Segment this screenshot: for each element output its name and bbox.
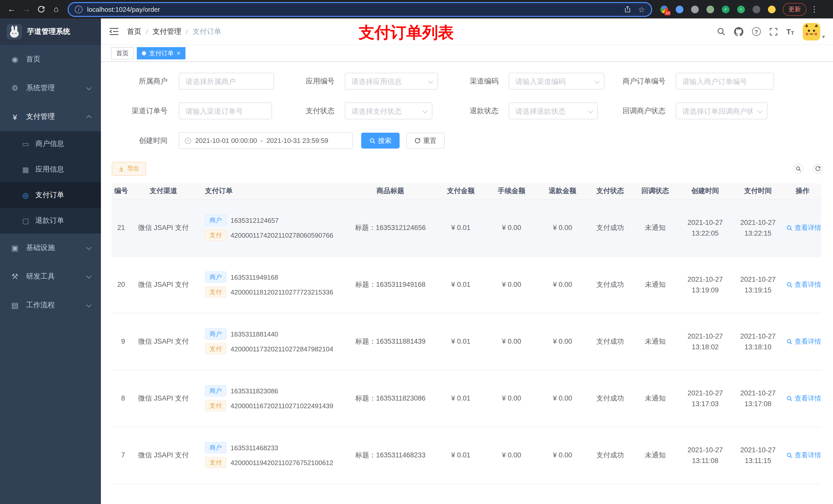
bookmark-star-icon[interactable]: ☆: [638, 5, 645, 13]
goods-title: 标题：1635311949168: [355, 281, 426, 288]
merchant-order-line: 商户 1635311949168: [205, 271, 343, 283]
extension-dark-icon[interactable]: [753, 5, 760, 13]
toggle-search-icon[interactable]: [793, 164, 803, 174]
search-icon[interactable]: [716, 27, 725, 36]
channel-code-filter-select[interactable]: [509, 73, 604, 90]
sidebar-item-system[interactable]: ⚙ 系统管理: [0, 74, 101, 102]
sidebar-item-workflow[interactable]: ▤ 工作流程: [0, 291, 101, 320]
reload-icon: [38, 5, 45, 13]
table-row: 8 微信 JSAPI 支付 商户 1635311823086 支付 420000…: [112, 370, 821, 427]
tab-label: 支付订单: [149, 49, 174, 57]
document-icon: ▢: [22, 217, 30, 225]
extension-gray-icon[interactable]: [691, 5, 699, 13]
sidebar-item-home[interactable]: ◉ 首页: [0, 45, 101, 74]
sidebar-item-refund-order[interactable]: ▢ 退款订单: [0, 208, 101, 234]
extension-blue-icon[interactable]: [676, 5, 684, 13]
tab-home[interactable]: 首页: [111, 47, 134, 59]
browser-update-button[interactable]: 更新: [783, 3, 806, 16]
reset-button[interactable]: 重置: [406, 133, 445, 148]
share-icon[interactable]: [624, 6, 631, 13]
sidebar-item-app-info[interactable]: ▦ 应用信息: [0, 157, 101, 182]
export-button[interactable]: 导出: [112, 162, 146, 176]
col-amount: 支付金额: [435, 183, 486, 199]
pay-tag: 支付: [205, 343, 227, 355]
channel-order-no-filter-input[interactable]: [179, 102, 272, 119]
search-button[interactable]: 搜索: [361, 133, 400, 148]
merchant-order-no: 1635311881440: [231, 330, 278, 338]
merchant-order-line: 商户 1635312124657: [205, 215, 343, 226]
view-detail-link[interactable]: 查看详情: [786, 337, 821, 346]
help-icon[interactable]: ?: [752, 27, 761, 36]
notify-status: 未通知: [645, 223, 666, 231]
extension-emoji-icon[interactable]: [768, 5, 776, 13]
extension-chat-icon[interactable]: ○: [737, 5, 745, 13]
notify-status-filter-select[interactable]: [676, 102, 767, 119]
tab-close-icon[interactable]: ×: [177, 50, 180, 56]
tools-icon: ⚒: [10, 272, 20, 281]
refresh-table-icon[interactable]: [813, 164, 823, 174]
view-detail-link[interactable]: 查看详情: [786, 393, 821, 403]
user-avatar[interactable]: ▾: [803, 23, 825, 40]
refresh-icon: [414, 138, 421, 144]
github-icon[interactable]: [734, 27, 743, 36]
order-id: 8: [121, 394, 125, 402]
view-detail-link[interactable]: 查看详情: [786, 280, 821, 289]
browser-home-icon[interactable]: ⌂: [49, 2, 64, 17]
sidebar-item-label: 系统管理: [26, 83, 55, 93]
filter-row-2: 渠道订单号 支付状态 退款状态 回调商户状态: [112, 102, 823, 119]
sidebar-item-infra[interactable]: ▣ 基础设施: [0, 234, 101, 262]
date-range-separator: -: [261, 137, 263, 144]
refund-status-filter-label: 退款状态: [449, 106, 498, 116]
table-row: 21 微信 JSAPI 支付 商户 1635312124657 支付 42000…: [112, 199, 821, 256]
browser-reload-icon[interactable]: [34, 2, 49, 17]
merchant-order-no: 1635312124657: [231, 216, 279, 224]
merchant-order-no-filter-input[interactable]: [676, 73, 774, 90]
sidebar-item-label: 退款订单: [35, 216, 64, 225]
pay-order-no: 4200001194202110276752100612: [231, 459, 333, 466]
pay-order-line: 支付 4200001167202110271022491439: [205, 400, 343, 411]
sidebar-item-merchant-info[interactable]: ▭ 商户信息: [0, 131, 101, 157]
table-row: 20 微信 JSAPI 支付 商户 1635311949168 支付 42000…: [112, 256, 821, 313]
extension-sage-icon[interactable]: [707, 5, 714, 13]
app-filter-select[interactable]: [345, 73, 438, 90]
view-detail-link[interactable]: 查看详情: [786, 451, 821, 460]
target-icon: ◎: [22, 191, 30, 199]
sidebar-item-pay-order[interactable]: ◎ 支付订单: [0, 182, 101, 208]
font-size-small: T: [791, 30, 794, 36]
breadcrumb-payment[interactable]: 支付管理: [153, 27, 181, 36]
col-create-time: 创建时间: [678, 183, 732, 199]
extension-colorful-icon[interactable]: 10: [660, 5, 668, 13]
order-id: 21: [117, 224, 125, 232]
site-info-icon[interactable]: i: [75, 5, 82, 13]
pay-amount: ¥ 0.01: [451, 394, 470, 402]
refund-status-filter-select[interactable]: [509, 102, 598, 119]
col-notify: 回调状态: [632, 183, 678, 199]
pay-time: 13:17:08: [735, 398, 781, 409]
create-time-range-input[interactable]: 2021-10-01 00:00:00 - 2021-10-31 23:59:5…: [179, 132, 353, 149]
fee-amount: ¥ 0.00: [502, 394, 521, 402]
breadcrumb-home[interactable]: 首页: [127, 27, 141, 36]
pay-status-filter-select[interactable]: [345, 102, 432, 119]
tab-pay-order[interactable]: 支付订单 ×: [137, 47, 186, 59]
browser-forward-icon[interactable]: →: [19, 2, 34, 17]
merchant-order-no: 1635311823086: [231, 387, 278, 394]
view-detail-link[interactable]: 查看详情: [786, 223, 821, 232]
merchant-order-line: 商户 1635311881440: [205, 328, 343, 340]
browser-menu-icon[interactable]: ⋮: [810, 5, 819, 14]
pay-order-line: 支付 4200001194202110276752100612: [205, 457, 343, 468]
merchant-filter-input[interactable]: [179, 73, 274, 90]
pay-status: 支付成功: [596, 337, 624, 345]
url-text: localhost:1024/pay/order: [87, 5, 160, 13]
col-fee: 手续金额: [486, 183, 537, 199]
fullscreen-icon[interactable]: [769, 27, 778, 35]
notify-status: 未通知: [645, 337, 666, 345]
font-size-icon[interactable]: TT: [786, 27, 794, 36]
browser-back-icon[interactable]: ←: [4, 2, 19, 17]
sidebar-item-payment[interactable]: ¥ 支付管理: [0, 102, 101, 131]
extension-green-check-icon[interactable]: ✓: [722, 5, 730, 13]
pay-status: 支付成功: [596, 223, 624, 231]
hamburger-icon[interactable]: [109, 28, 119, 35]
export-button-label: 导出: [127, 164, 139, 173]
address-bar[interactable]: i localhost:1024/pay/order ☆: [68, 2, 652, 17]
sidebar-item-devtools[interactable]: ⚒ 研发工具: [0, 262, 101, 291]
